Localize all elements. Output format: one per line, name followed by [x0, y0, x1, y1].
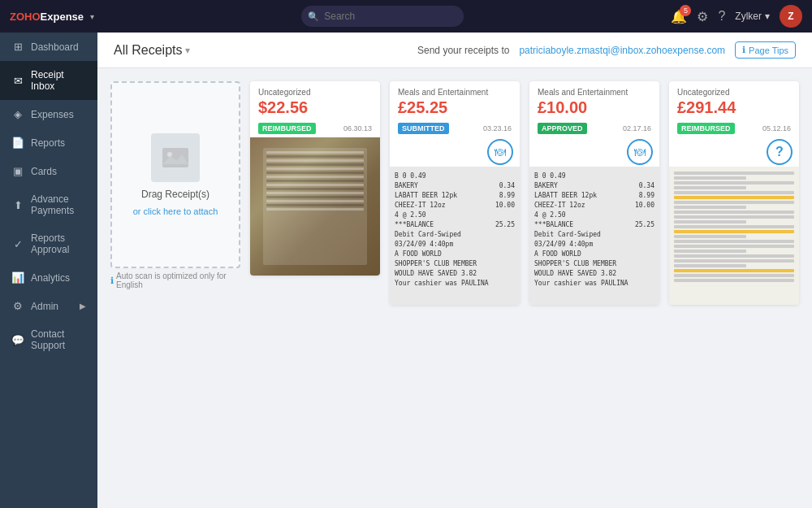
receipt-photo: [250, 137, 380, 276]
receipt-image: [669, 167, 799, 305]
receipt-date: 02.17.16: [623, 124, 651, 132]
sidebar-label-expenses: Expenses: [31, 109, 74, 120]
receipt-category: Uncategorized: [258, 88, 372, 97]
receipt-type-icon: 🍽: [487, 139, 513, 165]
receipt-category: Uncategorized: [677, 88, 791, 97]
sidebar-label-contact-support: Contact Support: [31, 328, 86, 351]
sidebar-item-advance-payments[interactable]: ⬆ Advance Payments: [0, 185, 97, 224]
logo-zoho: ZOHO: [10, 11, 41, 23]
click-to-attach-link[interactable]: or click here to attach: [133, 206, 218, 216]
contact-support-icon: 💬: [11, 334, 24, 346]
reports-approval-icon: ✓: [11, 238, 24, 250]
sidebar-item-contact-support[interactable]: 💬 Contact Support: [0, 320, 97, 359]
send-receipts-email[interactable]: patriciaboyle.zmastqi@inbox.zohoexpense.…: [519, 45, 725, 56]
image-placeholder-icon: [161, 143, 190, 172]
sidebar-label-cards: Cards: [31, 166, 57, 177]
sidebar-item-cards[interactable]: ▣ Cards: [0, 157, 97, 185]
sidebar-label-reports: Reports: [31, 137, 65, 149]
sidebar-label-admin: Admin: [31, 301, 58, 312]
svg-point-1: [167, 152, 172, 157]
page-tips-icon: ℹ: [742, 45, 745, 55]
sidebar-item-admin[interactable]: ⚙ Admin ▶: [0, 292, 97, 320]
receipt-date: 06.30.13: [343, 124, 372, 132]
upload-icon-area: [151, 133, 200, 182]
receipt-category: Meals and Entertainment: [538, 88, 651, 97]
svg-rect-0: [162, 148, 188, 167]
upload-note-text: Auto scan is optimized only for English: [116, 271, 240, 289]
receipt-amount: £291.44: [677, 98, 791, 116]
main-layout: ⊞ Dashboard ✉ Receipt Inbox ◈ Expenses 📄…: [0, 33, 812, 508]
sidebar-label-advance-payments: Advance Payments: [31, 193, 86, 216]
help-button[interactable]: ?: [718, 9, 725, 24]
receipt-badge: REIMBURSED: [677, 123, 735, 134]
receipt-meta: REIMBURSED 06.30.13: [250, 119, 380, 137]
receipt-date: 05.12.16: [762, 124, 791, 132]
breadcrumb: All Receipts ▾: [114, 43, 190, 58]
analytics-icon: 📊: [11, 271, 24, 284]
receipt-image: B 0 0.49 BAKERY0.34 LABATT BEER 12pk8.99…: [390, 167, 520, 305]
receipt-card[interactable]: Uncategorized $22.56 REIMBURSED 06.30.13: [250, 81, 380, 276]
receipt-card[interactable]: Meals and Entertainment £10.00 APPROVED …: [529, 81, 659, 305]
sidebar-label-receipt-inbox: Receipt Inbox: [31, 69, 86, 92]
receipt-card[interactable]: Uncategorized £291.44 REIMBURSED 05.12.1…: [669, 81, 799, 305]
receipt-question-icon: ?: [767, 139, 793, 165]
reports-icon: 📄: [11, 137, 24, 149]
receipt-header: Uncategorized £291.44: [669, 81, 799, 119]
receipt-header: Meals and Entertainment £25.25: [390, 81, 520, 119]
receipt-header: Uncategorized $22.56: [250, 81, 380, 119]
receipt-image: B 0 0.49 BAKERY0.34 LABATT BEER 12pk8.99…: [529, 167, 659, 305]
page-title: All Receipts: [114, 43, 182, 58]
receipt-meta: REIMBURSED 05.12.16: [669, 119, 799, 137]
avatar[interactable]: Z: [780, 5, 802, 28]
receipt-badge: SUBMITTED: [398, 123, 449, 134]
receipt-category: Meals and Entertainment: [398, 88, 512, 97]
receipt-header: Meals and Entertainment £10.00: [529, 81, 659, 119]
expenses-icon: ◈: [11, 108, 24, 120]
sidebar: ⊞ Dashboard ✉ Receipt Inbox ◈ Expenses 📄…: [0, 33, 97, 508]
receipt-badge: REIMBURSED: [258, 123, 316, 134]
receipt-type-icon: 🍽: [627, 139, 653, 165]
settings-button[interactable]: ⚙: [697, 9, 708, 24]
sidebar-label-analytics: Analytics: [31, 272, 70, 284]
sidebar-item-expenses[interactable]: ◈ Expenses: [0, 100, 97, 128]
page-tips-label: Page Tips: [749, 46, 788, 55]
search-icon: 🔍: [308, 11, 319, 22]
receipt-text-content: B 0 0.49 BAKERY0.34 LABATT BEER 12pk8.99…: [529, 167, 659, 305]
info-icon: ℹ: [110, 276, 114, 286]
dashboard-icon: ⊞: [11, 41, 24, 53]
receipt-amount: £25.25: [398, 98, 512, 116]
search-container: 🔍: [301, 6, 464, 27]
sidebar-item-reports[interactable]: 📄 Reports: [0, 128, 97, 157]
advance-payments-icon: ⬆: [11, 199, 24, 211]
upload-card-wrapper: Drag Receipt(s) or click here to attach …: [110, 81, 240, 293]
drag-text: Drag Receipt(s): [141, 189, 209, 200]
app-logo[interactable]: ZOHO Expense ▾: [10, 11, 94, 23]
cards-icon: ▣: [11, 165, 24, 177]
receipt-amount: £10.00: [538, 98, 651, 116]
sidebar-label-reports-approval: Reports Approval: [31, 232, 86, 255]
sidebar-item-dashboard[interactable]: ⊞ Dashboard: [0, 33, 97, 61]
sidebar-item-reports-approval[interactable]: ✓ Reports Approval: [0, 224, 97, 263]
sidebar-label-dashboard: Dashboard: [31, 41, 79, 53]
receipt-meta: SUBMITTED 03.23.16: [390, 119, 520, 137]
content-header: All Receipts ▾ Send your receipts to pat…: [97, 33, 812, 68]
user-name: Zylker: [735, 11, 762, 22]
content-area: All Receipts ▾ Send your receipts to pat…: [97, 33, 812, 508]
sidebar-item-analytics[interactable]: 📊 Analytics: [0, 263, 97, 292]
logo-chevron-icon: ▾: [90, 12, 94, 21]
receipt-amount: $22.56: [258, 98, 372, 116]
topbar: ZOHO Expense ▾ 🔍 🔔 5 ⚙ ? Zylker ▾ Z: [0, 0, 812, 33]
page-tips-button[interactable]: ℹ Page Tips: [735, 41, 796, 59]
search-input[interactable]: [301, 6, 464, 27]
receipts-area: Drag Receipt(s) or click here to attach …: [97, 68, 812, 508]
receipt-meta: APPROVED 02.17.16: [529, 119, 659, 137]
user-menu[interactable]: Zylker ▾: [735, 11, 770, 22]
sidebar-item-receipt-inbox[interactable]: ✉ Receipt Inbox: [0, 61, 97, 100]
notif-badge: 5: [680, 5, 691, 16]
upload-card[interactable]: Drag Receipt(s) or click here to attach: [110, 81, 240, 268]
admin-icon: ⚙: [11, 300, 24, 312]
send-receipts-label: Send your receipts to: [417, 45, 509, 56]
notifications-button[interactable]: 🔔 5: [671, 9, 687, 24]
receipt-image: [250, 137, 380, 276]
receipt-card[interactable]: Meals and Entertainment £25.25 SUBMITTED…: [390, 81, 520, 305]
